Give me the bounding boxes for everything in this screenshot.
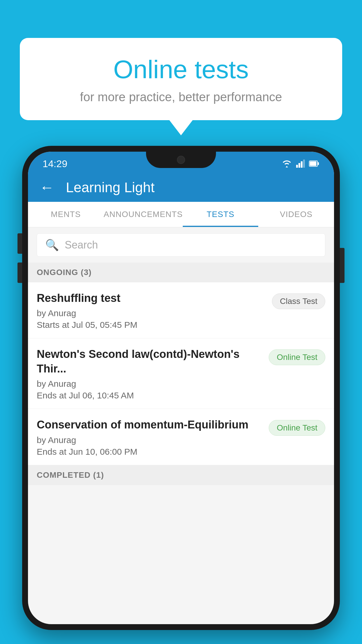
ongoing-section-header: ONGOING (3) bbox=[28, 262, 334, 282]
phone-screen: 14:29 bbox=[28, 152, 334, 624]
phone-container: 14:29 bbox=[22, 146, 340, 644]
svg-rect-6 bbox=[310, 161, 317, 166]
speech-bubble-subtitle: for more practice, better performance bbox=[34, 90, 328, 104]
test-date: Starts at Jul 05, 05:45 PM bbox=[37, 320, 266, 330]
test-author: by Anurag bbox=[37, 435, 263, 445]
test-author: by Anurag bbox=[37, 379, 263, 389]
side-button-vol-down bbox=[17, 262, 22, 283]
search-icon: 🔍 bbox=[45, 239, 59, 251]
test-badge-online: Online Test bbox=[269, 349, 325, 365]
search-container: 🔍 Search bbox=[28, 228, 334, 262]
phone-frame: 14:29 bbox=[22, 146, 340, 630]
test-name: Conservation of momentum-Equilibrium bbox=[37, 418, 263, 432]
battery-icon bbox=[309, 160, 319, 168]
test-info: Newton's Second law(contd)-Newton's Thir… bbox=[37, 347, 269, 400]
signal-icon bbox=[296, 160, 305, 168]
phone-notch bbox=[146, 152, 216, 168]
test-date: Ends at Jun 10, 06:00 PM bbox=[37, 447, 263, 457]
tab-videos[interactable]: VIDEOS bbox=[258, 202, 334, 227]
svg-rect-1 bbox=[298, 163, 300, 168]
test-item[interactable]: Reshuffling test by Anurag Starts at Jul… bbox=[28, 282, 334, 338]
test-name: Reshuffling test bbox=[37, 291, 266, 305]
svg-rect-2 bbox=[301, 161, 303, 168]
svg-rect-3 bbox=[303, 160, 305, 168]
wifi-icon bbox=[282, 160, 292, 168]
completed-section-header: COMPLETED (1) bbox=[28, 465, 334, 485]
speech-bubble-title: Online tests bbox=[34, 55, 328, 84]
speech-bubble: Online tests for more practice, better p… bbox=[20, 38, 342, 120]
test-info: Reshuffling test by Anurag Starts at Jul… bbox=[37, 291, 272, 330]
test-date: Ends at Jul 06, 10:45 AM bbox=[37, 391, 263, 400]
test-info: Conservation of momentum-Equilibrium by … bbox=[37, 418, 269, 456]
search-bar[interactable]: 🔍 Search bbox=[37, 233, 325, 257]
tests-list: Reshuffling test by Anurag Starts at Jul… bbox=[28, 282, 334, 465]
search-placeholder: Search bbox=[65, 239, 98, 251]
status-time: 14:29 bbox=[43, 158, 67, 169]
tab-tests[interactable]: TESTS bbox=[183, 202, 259, 227]
svg-rect-0 bbox=[296, 165, 298, 168]
test-name: Newton's Second law(contd)-Newton's Thir… bbox=[37, 347, 263, 376]
app-bar-title: Learning Light bbox=[66, 179, 154, 195]
test-badge-online-2: Online Test bbox=[269, 420, 325, 436]
tab-ments[interactable]: MENTS bbox=[28, 202, 104, 227]
side-button-power bbox=[340, 248, 345, 283]
tabs-container: MENTS ANNOUNCEMENTS TESTS VIDEOS bbox=[28, 202, 334, 228]
tab-announcements[interactable]: ANNOUNCEMENTS bbox=[104, 202, 183, 227]
test-author: by Anurag bbox=[37, 308, 266, 318]
phone-camera bbox=[177, 156, 185, 164]
test-item[interactable]: Conservation of momentum-Equilibrium by … bbox=[28, 409, 334, 465]
svg-rect-5 bbox=[317, 162, 319, 165]
status-icons bbox=[282, 160, 319, 168]
test-badge-class: Class Test bbox=[272, 293, 325, 309]
back-button[interactable]: ← bbox=[40, 179, 54, 196]
side-button-vol-up bbox=[17, 233, 22, 254]
test-item[interactable]: Newton's Second law(contd)-Newton's Thir… bbox=[28, 338, 334, 409]
speech-bubble-container: Online tests for more practice, better p… bbox=[20, 38, 342, 120]
app-bar: ← Learning Light bbox=[28, 173, 334, 202]
